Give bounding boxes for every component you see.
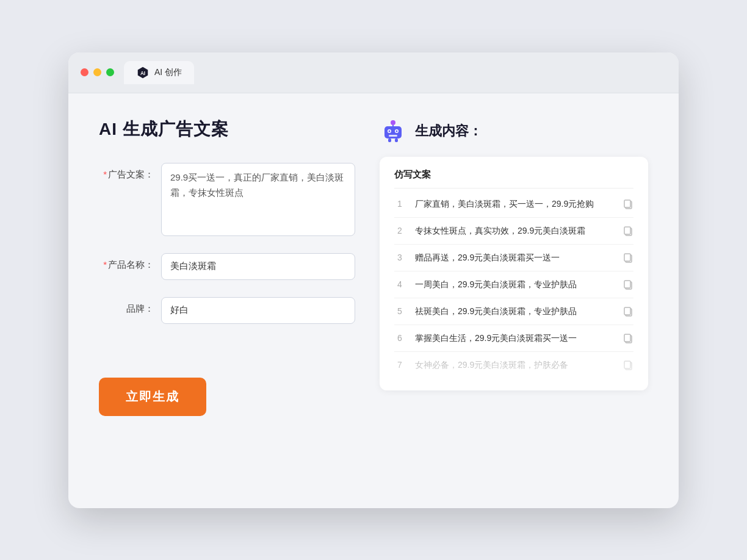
required-star-2: * [103,259,107,270]
product-name-input[interactable] [161,253,355,280]
brand-group: 品牌： [99,297,355,324]
svg-rect-9 [389,135,397,137]
svg-rect-13 [624,200,630,207]
svg-rect-21 [624,307,630,315]
result-text-3: 赠品再送，29.9元美白淡斑霜买一送一 [415,251,613,264]
right-panel: 生成内容： 仿写文案 1 厂家直销，美白淡斑霜，买一送一，29.9元抢购 2 专… [380,118,648,484]
result-item-6: 6 掌握美白生活，29.9元美白淡斑霜买一送一 [394,325,633,352]
result-item-3: 3 赠品再送，29.9元美白淡斑霜买一送一 [394,245,633,271]
result-item-1: 1 厂家直销，美白淡斑霜，买一送一，29.9元抢购 [394,191,633,218]
required-star-1: * [103,169,107,179]
left-panel: AI 生成广告文案 *广告文案： 29.9买一送一，真正的厂家直销，美白淡斑霜，… [99,118,355,484]
brand-label: 品牌： [99,297,154,315]
close-button[interactable] [81,68,88,76]
result-item-2: 2 专抹女性斑点，真实功效，29.9元美白淡斑霜 [394,218,633,245]
copy-icon-1[interactable] [622,198,633,209]
result-text-4: 一周美白，29.9元美白淡斑霜，专业护肤品 [415,278,613,291]
result-title: 生成内容： [415,122,482,140]
result-item-7: 7 女神必备，29.9元美白淡斑霜，护肤必备 [394,352,633,378]
svg-rect-11 [395,138,398,142]
copy-icon-5[interactable] [622,306,633,317]
svg-text:AI: AI [140,70,145,76]
result-text-5: 祛斑美白，29.9元美白淡斑霜，专业护肤品 [415,305,613,318]
svg-point-7 [389,130,391,132]
ai-tab-icon: AI [136,66,150,79]
ai-tab[interactable]: AI AI 创作 [124,61,194,84]
traffic-lights [81,68,114,76]
result-box: 仿写文案 1 厂家直销，美白淡斑霜，买一送一，29.9元抢购 2 专抹女性斑点，… [380,157,648,390]
result-text-1: 厂家直销，美白淡斑霜，买一送一，29.9元抢购 [415,198,613,210]
brand-input[interactable] [161,297,355,324]
copy-icon-3[interactable] [622,252,633,263]
result-text-6: 掌握美白生活，29.9元美白淡斑霜买一送一 [415,332,613,345]
result-num-1: 1 [394,199,405,209]
browser-titlebar: AI AI 创作 [68,52,679,93]
copy-icon-7[interactable] [622,359,633,370]
result-column-header: 仿写文案 [394,169,633,188]
browser-window: AI AI 创作 AI 生成广告文案 *广告文案： 29.9买一送一，真正的厂家… [68,52,679,508]
result-num-6: 6 [394,333,405,343]
svg-rect-15 [624,227,630,234]
result-item-5: 5 祛斑美白，29.9元美白淡斑霜，专业护肤品 [394,298,633,325]
result-text-7: 女神必备，29.9元美白淡斑霜，护肤必备 [415,359,613,372]
svg-rect-17 [624,254,630,261]
copy-icon-2[interactable] [622,225,633,236]
svg-rect-23 [624,334,630,342]
product-name-label: *产品名称： [99,253,154,271]
page-title: AI 生成广告文案 [99,118,355,141]
maximize-button[interactable] [106,68,114,76]
copy-icon-6[interactable] [622,332,633,343]
svg-point-8 [396,130,398,132]
svg-rect-10 [388,138,391,142]
svg-rect-19 [624,281,630,288]
result-num-2: 2 [394,226,405,235]
result-header: 生成内容： [380,118,648,145]
result-num-3: 3 [394,253,405,262]
result-num-4: 4 [394,279,405,289]
svg-point-3 [391,120,395,125]
result-item-4: 4 一周美白，29.9元美白淡斑霜，专业护肤品 [394,271,633,298]
result-num-5: 5 [394,306,405,316]
ad-copy-label: *广告文案： [99,163,154,181]
result-text-2: 专抹女性斑点，真实功效，29.9元美白淡斑霜 [415,224,613,237]
product-name-group: *产品名称： [99,253,355,280]
ad-copy-group: *广告文案： 29.9买一送一，真正的厂家直销，美白淡斑霜，专抹女性斑点 [99,163,355,236]
result-num-7: 7 [394,360,405,370]
copy-icon-4[interactable] [622,279,633,290]
minimize-button[interactable] [93,68,101,76]
svg-rect-25 [624,361,630,368]
tab-label: AI 创作 [154,67,182,78]
robot-icon [380,118,406,145]
browser-content: AI 生成广告文案 *广告文案： 29.9买一送一，真正的厂家直销，美白淡斑霜，… [68,93,679,508]
generate-button[interactable]: 立即生成 [99,378,206,416]
ad-copy-input[interactable]: 29.9买一送一，真正的厂家直销，美白淡斑霜，专抹女性斑点 [161,163,355,236]
